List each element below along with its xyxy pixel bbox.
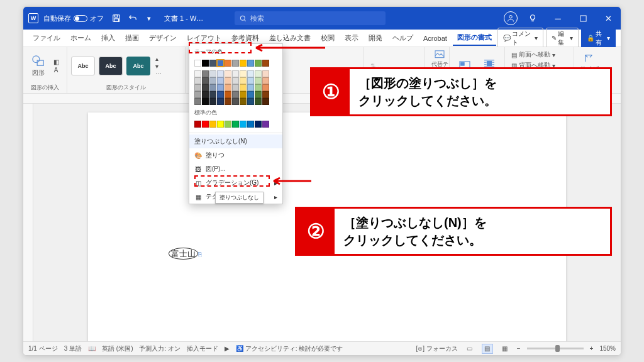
tab-draw[interactable]: 描画 [121,31,143,45]
standard-color-cell[interactable] [202,121,209,128]
comments-button[interactable]: 💬 コメント ▾ [497,28,543,49]
theme-tint-cell[interactable] [225,84,231,91]
theme-tint-cell[interactable] [202,98,209,105]
theme-color-cell[interactable] [209,60,216,67]
theme-tint-cell[interactable] [240,84,247,91]
standard-color-cell[interactable] [262,121,269,128]
autosave-toggle[interactable]: 自動保存 オフ [43,14,104,23]
minimize-button[interactable]: ─ [545,7,570,30]
style-gallery-down[interactable]: ▾ [155,63,162,70]
theme-tint-cell[interactable] [255,77,262,84]
tab-insert[interactable]: 挿入 [97,31,119,45]
theme-tint-cell[interactable] [217,84,224,91]
theme-tint-cell[interactable] [209,98,216,105]
theme-color-cell[interactable] [240,60,247,67]
close-button[interactable]: ✕ [596,7,621,30]
standard-color-cell[interactable] [209,121,216,128]
redo-dropdown-icon[interactable]: ▾ [143,12,155,25]
shape-label-fuji[interactable]: 富士山⎘ [169,248,202,260]
tab-home[interactable]: ホーム [66,31,96,45]
theme-tint-cell[interactable] [255,98,262,105]
bring-forward-button[interactable]: ▤ 前面へ移動 ▾ [509,50,570,60]
theme-tint-cell[interactable] [232,70,239,77]
print-layout-icon[interactable]: ▤ [482,344,493,354]
theme-color-cell[interactable] [194,60,201,67]
theme-tint-cell[interactable] [209,70,216,77]
picture-fill-item[interactable]: 🖼 図(P)... [189,162,282,176]
standard-color-cell[interactable] [255,121,262,128]
theme-tint-cell[interactable] [255,84,262,91]
zoom-slider[interactable] [527,348,584,349]
theme-tint-cell[interactable] [209,77,216,84]
theme-tint-cell[interactable] [232,98,239,105]
theme-tint-cell[interactable] [262,77,269,84]
tab-acrobat[interactable]: Acrobat [419,32,452,45]
theme-tint-cell[interactable] [240,98,247,105]
shapes-button[interactable]: 図形 [27,52,50,80]
style-preview-3[interactable]: Abc [126,57,150,75]
theme-tint-cell[interactable] [194,77,201,84]
theme-tint-cell[interactable] [217,98,224,105]
no-fill-item[interactable]: 塗りつぶしなし(N) [189,134,282,148]
theme-color-cell[interactable] [202,60,209,67]
zoom-out-icon[interactable]: − [517,345,521,352]
theme-tint-cell[interactable] [232,77,239,84]
editing-button[interactable]: ✎ 編集 ▾ [546,28,579,49]
gradient-fill-item[interactable]: ◫ グラデーション(G) ▸ [189,176,282,190]
standard-color-cell[interactable] [194,121,201,128]
theme-tint-cell[interactable] [209,91,216,98]
theme-color-cell[interactable] [225,60,231,67]
theme-tint-cell[interactable] [240,91,247,98]
theme-tint-cell[interactable] [202,77,209,84]
maximize-button[interactable] [570,7,596,30]
search-box[interactable]: 検索 [235,11,386,25]
tab-view[interactable]: 表示 [340,31,363,45]
text-box-icon[interactable]: A [52,67,60,74]
theme-tint-cell[interactable] [194,70,201,77]
language[interactable]: 英語 (米国) [102,344,133,353]
macro-icon[interactable]: ▶ [225,345,230,352]
style-gallery-up[interactable]: ▴ [155,55,162,62]
theme-tint-cell[interactable] [217,91,224,98]
standard-color-cell[interactable] [232,121,239,128]
standard-color-cell[interactable] [217,121,224,128]
style-gallery-more[interactable]: ⋯ [155,70,162,77]
theme-color-cell[interactable] [217,60,224,67]
standard-color-cell[interactable] [240,121,247,128]
tab-review[interactable]: 校閲 [316,31,339,45]
theme-tint-cell[interactable] [225,77,231,84]
theme-tint-cell[interactable] [247,84,254,91]
accessibility-check[interactable]: ♿ アクセシビリティ: 検討が必要です [236,344,343,353]
standard-color-cell[interactable] [225,121,231,128]
undo-icon[interactable] [126,12,139,25]
theme-tint-cell[interactable] [262,91,269,98]
save-icon[interactable] [110,12,123,25]
tab-developer[interactable]: 開発 [364,31,387,45]
theme-tint-cell[interactable] [247,70,254,77]
edit-shape-icon[interactable]: ◧ [52,58,60,66]
theme-color-cell[interactable] [262,60,269,67]
theme-tint-cell[interactable] [240,70,247,77]
zoom-in-icon[interactable]: + [590,345,594,352]
read-mode-icon[interactable]: ▭ [464,344,475,354]
theme-color-cell[interactable] [255,60,262,67]
theme-tint-cell[interactable] [262,70,269,77]
theme-tint-cell[interactable] [194,98,201,105]
predictive-input[interactable]: 予測入力: オン [139,344,180,353]
zoom-level[interactable]: 150% [599,345,616,352]
theme-tint-cell[interactable] [202,70,209,77]
theme-tint-cell[interactable] [232,91,239,98]
theme-tint-cell[interactable] [202,91,209,98]
tab-design[interactable]: デザイン [145,31,181,45]
more-fill-colors-item[interactable]: 🎨 塗りつ [189,148,282,162]
tab-shape-format[interactable]: 図形の書式 [453,30,496,46]
theme-tint-cell[interactable] [194,91,201,98]
spell-check-icon[interactable]: 📖 [88,345,96,352]
theme-tint-cell[interactable] [225,91,231,98]
insert-mode[interactable]: 挿入モード [187,344,218,353]
theme-color-cell[interactable] [232,60,239,67]
tab-help[interactable]: ヘルプ [388,31,418,45]
account-icon[interactable] [504,11,518,25]
theme-tint-cell[interactable] [217,77,224,84]
style-preview-2[interactable]: Abc [99,57,123,75]
